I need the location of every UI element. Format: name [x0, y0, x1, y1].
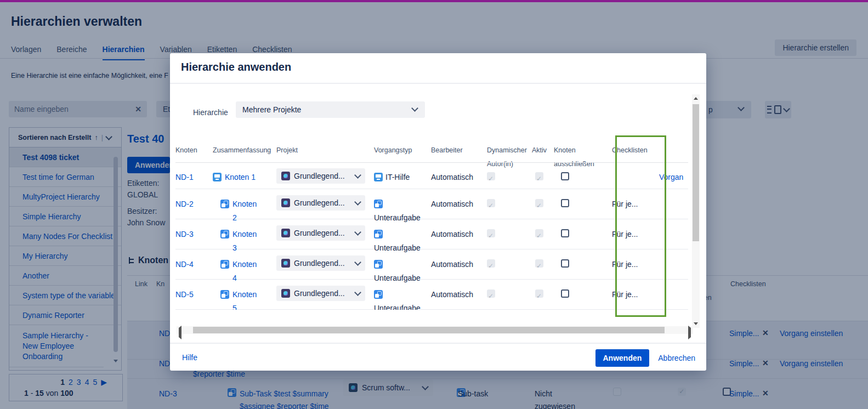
chevron-down-icon: [354, 198, 361, 206]
node-key-link[interactable]: ND-3: [175, 230, 194, 238]
subtask-icon: [374, 230, 383, 238]
project-select-value: Grundlegend...: [294, 287, 345, 300]
project-select[interactable]: Grundlegend...: [276, 255, 365, 271]
project-avatar: [281, 289, 290, 298]
apply-hierarchy-dialog: Hierarchie anwenden Hierarchie Mehrere P…: [170, 53, 706, 371]
project-avatar: [281, 172, 290, 180]
active-checkbox: [535, 259, 543, 268]
hierarchy-select-value: Mehrere Projekte: [242, 105, 301, 114]
scroll-left-icon[interactable]: [179, 328, 181, 338]
chevron-down-icon: [354, 172, 361, 179]
subtask-icon: [374, 260, 383, 269]
project-select[interactable]: Grundlegend...: [276, 225, 365, 241]
it-help-icon: [213, 173, 222, 181]
scroll-up-icon[interactable]: [694, 97, 698, 100]
node-summary-link[interactable]: Knoten 5: [232, 288, 261, 309]
checklisten-column-highlight: [615, 135, 666, 317]
project-select[interactable]: Grundlegend...: [276, 168, 365, 184]
subtask-icon: [374, 290, 383, 299]
scroll-down-icon[interactable]: [694, 322, 698, 325]
dialog-header-divider: [170, 83, 706, 84]
modal-row-nd4: ND-4 Knoten 4 Grundlegend... Unteraufgab…: [175, 249, 688, 280]
modal-row-nd5: ND-5 Knoten 5 Grundlegend... Unteraufgab…: [175, 280, 688, 310]
subtask-icon: [220, 230, 229, 238]
project-select-value: Grundlegend...: [294, 226, 345, 240]
dynamic-author-checkbox: [487, 199, 495, 207]
node-summary-link[interactable]: Knoten 3: [232, 228, 261, 249]
project-select-value: Grundlegend...: [294, 196, 345, 210]
horizontal-scrollbar[interactable]: [177, 326, 693, 334]
project-select-value: Grundlegend...: [294, 169, 345, 183]
assignee-label: Automatisch: [431, 249, 487, 279]
chevron-down-icon: [354, 229, 361, 236]
assignee-label: Automatisch: [431, 280, 487, 309]
issue-type-label: Unteraufgabe: [374, 304, 421, 310]
exclude-node-checkbox[interactable]: [561, 172, 569, 180]
subtask-icon: [220, 260, 229, 269]
issue-type-label: IT-Hilfe: [385, 173, 410, 181]
hierarchy-select[interactable]: Mehrere Projekte: [236, 101, 425, 118]
help-link[interactable]: Hilfe: [182, 353, 197, 362]
scrollbar-thumb[interactable]: [193, 327, 665, 333]
col-line1: Dynamischer: [487, 146, 527, 154]
exclude-node-checkbox[interactable]: [561, 259, 569, 268]
exclude-node-checkbox[interactable]: [561, 229, 569, 237]
modal-row-nd3: ND-3 Knoten 3 Grundlegend... Unteraufgab…: [175, 219, 688, 249]
assignee-label: Automatisch: [431, 219, 487, 249]
active-checkbox: [535, 229, 543, 237]
active-checkbox: [535, 289, 543, 298]
project-avatar: [281, 198, 290, 207]
subtask-icon: [220, 200, 229, 208]
exclude-node-checkbox[interactable]: [561, 199, 569, 207]
scrollbar-thumb[interactable]: [693, 104, 699, 241]
project-avatar: [281, 259, 290, 268]
vertical-scrollbar[interactable]: [692, 94, 700, 328]
node-key-link[interactable]: ND-1: [175, 173, 194, 181]
assignee-label: Automatisch: [431, 162, 487, 189]
subtask-icon: [220, 290, 229, 299]
project-select[interactable]: Grundlegend...: [276, 195, 365, 211]
it-help-icon: [374, 173, 383, 181]
dynamic-author-checkbox: [487, 259, 495, 268]
hierarchy-select-label: Hierarchie: [193, 108, 228, 117]
node-summary-link[interactable]: Knoten 2: [232, 197, 261, 219]
modal-row-nd2: ND-2 Knoten 2 Grundlegend... Unteraufgab…: [175, 189, 688, 219]
scroll-right-icon[interactable]: [688, 328, 691, 338]
active-checkbox: [535, 172, 543, 180]
project-select-value: Grundlegend...: [294, 257, 345, 270]
subtask-icon: [374, 200, 383, 208]
active-checkbox: [535, 199, 543, 207]
dialog-footer: Hilfe Anwenden Abbrechen: [170, 343, 706, 371]
node-summary-link[interactable]: Knoten 4: [232, 258, 261, 279]
node-key-link[interactable]: ND-2: [175, 200, 194, 208]
modal-row-nd1: ND-1 Knoten 1 Grundlegend... IT-Hilfe Au…: [175, 162, 688, 189]
dynamic-author-checkbox: [487, 289, 495, 298]
modal-table-body: ND-1 Knoten 1 Grundlegend... IT-Hilfe Au…: [175, 162, 688, 310]
project-avatar: [281, 229, 290, 237]
assignee-label: Automatisch: [431, 189, 487, 219]
node-key-link[interactable]: ND-5: [175, 290, 194, 299]
dialog-title: Hierarchie anwenden: [181, 61, 291, 73]
apply-button[interactable]: Anwenden: [595, 349, 650, 367]
exclude-node-checkbox[interactable]: [561, 289, 569, 298]
dynamic-author-checkbox: [487, 172, 495, 180]
project-select[interactable]: Grundlegend...: [276, 286, 365, 301]
app-window: Hierarchien verwalten Hierarchie erstell…: [0, 0, 868, 409]
dynamic-author-checkbox: [487, 229, 495, 237]
cancel-button[interactable]: Abbrechen: [658, 354, 695, 362]
col-line1: Knoten: [554, 146, 576, 154]
node-summary-link[interactable]: Knoten 1: [225, 171, 256, 189]
chevron-down-icon: [354, 259, 361, 266]
chevron-down-icon: [354, 289, 361, 296]
node-key-link[interactable]: ND-4: [175, 260, 194, 269]
chevron-down-icon: [411, 105, 418, 112]
